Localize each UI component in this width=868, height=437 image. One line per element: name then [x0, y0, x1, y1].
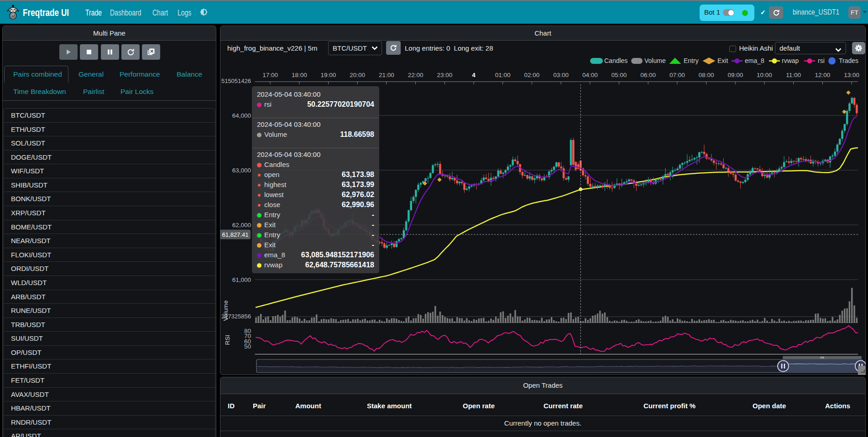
svg-text:Volume: Volume — [644, 57, 666, 64]
svg-text:04:00: 04:00 — [582, 72, 598, 78]
svg-text:02:00: 02:00 — [524, 72, 540, 78]
svg-text:20:00: 20:00 — [350, 72, 365, 78]
svg-text:09:00: 09:00 — [727, 72, 743, 78]
svg-text:Volume: Volume — [222, 300, 229, 321]
svg-text:19:00: 19:00 — [321, 72, 336, 78]
svg-text:rvwap: rvwap — [782, 57, 799, 64]
svg-text:Exit: Exit — [717, 57, 728, 64]
svg-text:22:00: 22:00 — [408, 72, 424, 78]
svg-text:61,827.41: 61,827.41 — [222, 231, 249, 238]
svg-text:11:00: 11:00 — [786, 72, 801, 78]
svg-text:RSI: RSI — [224, 335, 231, 345]
svg-text:rsi: rsi — [818, 57, 825, 64]
svg-text:4: 4 — [472, 72, 476, 78]
svg-text:06:00: 06:00 — [640, 72, 656, 78]
svg-text:17:00: 17:00 — [262, 72, 278, 78]
svg-text:23:00: 23:00 — [437, 72, 452, 78]
svg-text:Entry: Entry — [684, 57, 699, 64]
svg-text:07:00: 07:00 — [669, 72, 685, 78]
svg-text:61,000: 61,000 — [232, 276, 251, 283]
svg-text:62,000: 62,000 — [232, 222, 251, 229]
svg-text:ema_8: ema_8 — [745, 57, 764, 64]
svg-text:05:00: 05:00 — [612, 72, 627, 78]
svg-text:13:00: 13:00 — [844, 72, 859, 78]
svg-text:Candles: Candles — [604, 57, 627, 64]
svg-text:08:00: 08:00 — [699, 72, 714, 78]
svg-text:03:00: 03:00 — [553, 72, 569, 78]
svg-text:63,000: 63,000 — [232, 167, 251, 174]
svg-text:21:00: 21:00 — [379, 72, 394, 78]
svg-text:50: 50 — [244, 343, 251, 350]
svg-text:18:00: 18:00 — [292, 72, 307, 78]
svg-text:12:00: 12:00 — [815, 72, 831, 78]
svg-text:Trades: Trades — [839, 57, 858, 64]
svg-text:01:00: 01:00 — [495, 72, 511, 78]
svg-text:64,000: 64,000 — [232, 112, 251, 119]
svg-text:10:00: 10:00 — [757, 72, 772, 78]
svg-text:515051426: 515051426 — [221, 78, 251, 84]
